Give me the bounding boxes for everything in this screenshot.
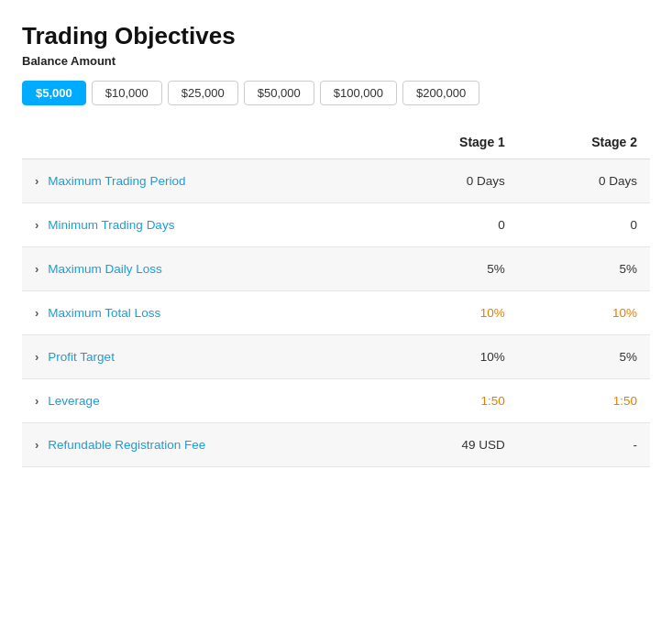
row-label: Maximum Total Loss — [48, 306, 160, 320]
row-label: Leverage — [48, 394, 99, 408]
table-row: › Maximum Total Loss 10%10% — [22, 291, 650, 335]
row-label: Maximum Trading Period — [48, 174, 185, 188]
row-stage2-value: 1:50 — [518, 379, 650, 423]
row-stage2-value: 0 — [518, 203, 650, 247]
row-label: Minimum Trading Days — [48, 218, 174, 232]
row-stage2-value: 5% — [518, 247, 650, 291]
table-row: › Minimum Trading Days 00 — [22, 203, 650, 247]
row-expand-icon[interactable]: › — [35, 394, 39, 408]
row-label-cell: › Maximum Trading Period — [22, 159, 386, 203]
row-label: Maximum Daily Loss — [48, 262, 162, 276]
table-row: › Maximum Trading Period 0 Days0 Days — [22, 159, 650, 203]
row-expand-icon[interactable]: › — [35, 438, 39, 452]
row-stage2-value: 5% — [518, 335, 650, 379]
row-label-cell: › Maximum Daily Loss — [22, 247, 386, 291]
row-expand-icon[interactable]: › — [35, 174, 39, 188]
col-header-stage2: Stage 2 — [518, 126, 650, 159]
page-title: Trading Objectives — [22, 22, 650, 50]
balance-btn-100000[interactable]: $100,000 — [320, 81, 397, 105]
row-stage2-value: - — [518, 423, 650, 467]
col-header-stage1: Stage 1 — [386, 126, 518, 159]
row-stage1-value: 0 Days — [386, 159, 518, 203]
row-label: Refundable Registration Fee — [48, 438, 205, 452]
row-stage2-value: 10% — [518, 291, 650, 335]
row-stage1-value: 0 — [386, 203, 518, 247]
row-stage1-value: 49 USD — [386, 423, 518, 467]
balance-btn-50000[interactable]: $50,000 — [244, 81, 314, 105]
balance-btn-10000[interactable]: $10,000 — [92, 81, 162, 105]
row-stage1-value: 10% — [386, 291, 518, 335]
balance-buttons: $5,000$10,000$25,000$50,000$100,000$200,… — [22, 81, 650, 105]
row-label-cell: › Minimum Trading Days — [22, 203, 386, 247]
row-label-cell: › Refundable Registration Fee — [22, 423, 386, 467]
row-label: Profit Target — [48, 350, 115, 364]
row-stage2-value: 0 Days — [518, 159, 650, 203]
balance-btn-25000[interactable]: $25,000 — [168, 81, 238, 105]
balance-label: Balance Amount — [22, 54, 650, 68]
row-expand-icon[interactable]: › — [35, 262, 39, 276]
table-row: › Refundable Registration Fee 49 USD- — [22, 423, 650, 467]
row-label-cell: › Leverage — [22, 379, 386, 423]
row-stage1-value: 10% — [386, 335, 518, 379]
row-expand-icon[interactable]: › — [35, 350, 39, 364]
table-row: › Maximum Daily Loss 5%5% — [22, 247, 650, 291]
row-stage1-value: 1:50 — [386, 379, 518, 423]
row-label-cell: › Maximum Total Loss — [22, 291, 386, 335]
row-label-cell: › Profit Target — [22, 335, 386, 379]
row-expand-icon[interactable]: › — [35, 306, 39, 320]
table-row: › Profit Target 10%5% — [22, 335, 650, 379]
balance-btn-5000[interactable]: $5,000 — [22, 81, 86, 105]
balance-btn-200000[interactable]: $200,000 — [402, 81, 479, 105]
row-expand-icon[interactable]: › — [35, 218, 39, 232]
objectives-table: Stage 1 Stage 2 › Maximum Trading Period… — [22, 126, 650, 467]
col-header-label — [22, 126, 386, 159]
table-row: › Leverage 1:501:50 — [22, 379, 650, 423]
row-stage1-value: 5% — [386, 247, 518, 291]
